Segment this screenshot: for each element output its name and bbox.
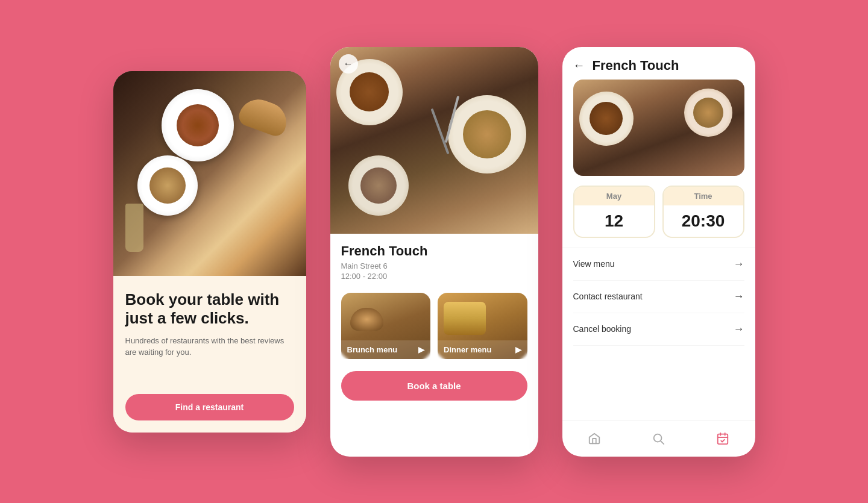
- action-list: View menu → Contact restaurant → Cancel …: [562, 248, 755, 346]
- restaurant-address: Main Street 6: [341, 261, 527, 270]
- view-menu-item[interactable]: View menu →: [573, 248, 744, 281]
- dinner-pasta-img: [444, 302, 486, 335]
- contact-restaurant-item[interactable]: Contact restaurant →: [573, 281, 744, 313]
- contact-restaurant-arrow: →: [734, 290, 744, 303]
- back-button-card3[interactable]: ←: [573, 58, 585, 72]
- nav-search-icon[interactable]: [649, 429, 668, 448]
- c3-plate-1: [579, 92, 634, 146]
- food-hero-image-2: ←: [330, 47, 538, 234]
- time-value: 20:30: [664, 205, 743, 237]
- date-value: 12: [574, 205, 654, 237]
- glass-decoration: [125, 204, 143, 252]
- onboarding-subtext: Hundreds of restaurants with the best re…: [125, 335, 294, 358]
- onboarding-content: Book your table with just a few clicks. …: [113, 276, 306, 433]
- card3-title: French Touch: [593, 58, 679, 73]
- bottom-navigation: [562, 420, 755, 457]
- date-time-selector: May 12 Time 20:30: [562, 186, 755, 248]
- menu-list: Brunch menu ▶ Dinner menu ▶: [330, 288, 538, 366]
- restaurant-name: French Touch: [341, 243, 527, 259]
- view-menu-arrow: →: [734, 258, 744, 270]
- card-onboarding: Book your table with just a few clicks. …: [113, 71, 306, 433]
- onboarding-headline: Book your table with just a few clicks.: [125, 290, 294, 328]
- food-hero-image-1: [113, 71, 306, 276]
- contact-restaurant-label: Contact restaurant: [573, 292, 643, 301]
- time-label: Time: [664, 187, 743, 205]
- c2-plate-3: [348, 155, 409, 216]
- book-table-button[interactable]: Book a table: [341, 371, 527, 401]
- plate-decoration-2: [137, 155, 198, 216]
- card-restaurant-detail: ← French Touch Main Street 6 12:00 - 22:…: [330, 47, 538, 457]
- card-booking-detail: ← French Touch May 12 Time 20:30 View me…: [562, 47, 755, 457]
- cancel-booking-label: Cancel booking: [573, 324, 632, 334]
- restaurant-info: French Touch Main Street 6 12:00 - 22:00: [330, 234, 538, 288]
- brunch-menu-card[interactable]: Brunch menu ▶: [341, 293, 431, 359]
- date-label: May: [574, 187, 654, 205]
- back-button-card2[interactable]: ←: [339, 54, 358, 73]
- time-picker[interactable]: Time 20:30: [662, 186, 744, 238]
- c2-plate-2: [448, 95, 526, 173]
- c3-plate-2: [684, 89, 732, 137]
- dinner-menu-card[interactable]: Dinner menu ▶: [438, 293, 527, 359]
- nav-bookings-icon[interactable]: [713, 429, 732, 448]
- cancel-booking-item[interactable]: Cancel booking →: [573, 313, 744, 346]
- dinner-menu-label: Dinner menu ▶: [438, 340, 527, 359]
- view-menu-label: View menu: [573, 259, 615, 269]
- plate-decoration-1: [162, 89, 234, 161]
- restaurant-hours: 12:00 - 22:00: [341, 272, 527, 281]
- svg-rect-2: [718, 434, 728, 444]
- card3-header: ← French Touch: [562, 47, 755, 80]
- find-restaurant-button[interactable]: Find a restaurant: [125, 394, 294, 420]
- nav-home-icon[interactable]: [585, 429, 604, 448]
- svg-line-1: [661, 441, 664, 444]
- cancel-booking-arrow: →: [734, 323, 744, 336]
- fork-decoration: [430, 108, 449, 154]
- bread-decoration: [236, 93, 291, 138]
- brunch-menu-label: Brunch menu ▶: [341, 340, 431, 359]
- brunch-bread-img: [350, 308, 383, 331]
- food-image-card3: [573, 80, 744, 176]
- date-picker[interactable]: May 12: [573, 186, 655, 238]
